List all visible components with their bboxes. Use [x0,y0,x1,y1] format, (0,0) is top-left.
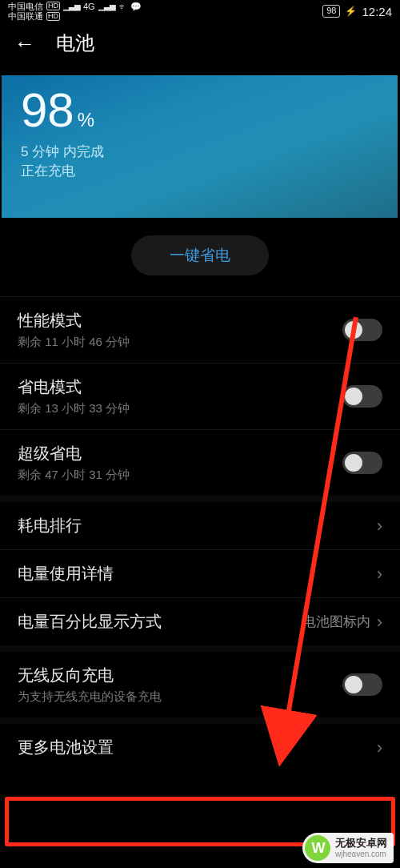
row-wireless-reverse-charge[interactable]: 无线反向充电 为支持无线充电的设备充电 [0,645,400,717]
battery-level-number: 98 [21,86,74,135]
ultra-saver-sub: 剩余 47 小时 31 分钟 [18,468,130,483]
ultra-saver-label: 超级省电 [18,443,130,464]
wireless-reverse-sub: 为支持无线充电的设备充电 [18,689,162,705]
battery-summary-card: 98 % 5 分钟 内完成 正在充电 [2,75,398,218]
chat-icon: 💬 [130,2,142,11]
hd-badge-2: HD [46,12,60,21]
watermark-brand: 无极安卓网 [335,838,387,849]
saver-mode-toggle[interactable] [342,385,382,408]
status-right: 98 ⚡ 12:24 [322,5,392,18]
usage-rank-label: 耗电排行 [18,515,82,536]
row-ultra-saver-mode[interactable]: 超级省电 剩余 47 小时 31 分钟 [0,429,400,496]
ultra-saver-toggle[interactable] [342,452,382,474]
page-title: 电池 [56,30,94,56]
percent-display-label: 电量百分比显示方式 [18,611,162,633]
usage-detail-label: 电量使用详情 [18,563,114,585]
carrier-2: 中国联通 [8,11,43,21]
clock: 12:24 [362,5,392,18]
performance-mode-toggle[interactable] [342,319,382,341]
charge-status: 正在充电 [21,162,378,180]
percent-display-value: 电池图标内 [302,613,370,631]
status-bar: 中国电信 HD ▁▃▅ 4G ▁▃▅ ᯤ 💬 中国联通 HD 98 ⚡ 12:2… [0,0,400,21]
row-saver-mode[interactable]: 省电模式 剩余 13 小时 33 分钟 [0,363,400,429]
row-more-battery-settings[interactable]: 更多电池设置 › [0,717,400,771]
page-header: ← 电池 [0,21,400,66]
carrier-1: 中国电信 [8,2,43,11]
row-usage-detail[interactable]: 电量使用详情 › [0,549,400,597]
row-performance-mode[interactable]: 性能模式 剩余 11 小时 46 分钟 [0,296,400,363]
net-4g: 4G [83,2,95,11]
signal-icon-1: ▁▃▅ [63,2,80,10]
battery-icon: 98 [322,5,340,17]
wifi-icon: ᯤ [118,2,127,11]
signal-icon-2: ▁▃▅ [98,2,115,10]
charging-icon: ⚡ [345,6,357,17]
chevron-right-icon: › [377,612,382,633]
row-usage-rank[interactable]: 耗电排行 › [0,496,400,549]
hd-badge: HD [46,2,60,10]
status-left: 中国电信 HD ▁▃▅ 4G ▁▃▅ ᯤ 💬 中国联通 HD [8,2,142,21]
back-arrow-icon[interactable]: ← [14,33,35,54]
percent-sign: % [78,109,94,131]
onekey-container: 一键省电 [0,218,400,296]
wireless-reverse-label: 无线反向充电 [18,665,162,686]
performance-mode-label: 性能模式 [18,310,130,332]
chevron-right-icon: › [377,564,382,585]
saver-mode-label: 省电模式 [18,376,130,398]
battery-percent: 98 [326,6,336,16]
chevron-right-icon: › [377,737,382,758]
row-percent-display[interactable]: 电量百分比显示方式 电池图标内 › [0,597,400,645]
watermark: W 无极安卓网 wjheaven.com [302,833,394,863]
onekey-powersave-button[interactable]: 一键省电 [131,235,269,275]
chevron-right-icon: › [377,516,382,536]
wireless-reverse-toggle[interactable] [342,673,382,696]
watermark-logo-icon: W [305,835,330,861]
charge-eta: 5 分钟 内完成 [21,143,378,161]
more-settings-label: 更多电池设置 [18,737,114,758]
watermark-domain: wjheaven.com [335,850,387,858]
performance-mode-sub: 剩余 11 小时 46 分钟 [18,335,130,350]
saver-mode-sub: 剩余 13 小时 33 分钟 [18,401,130,416]
